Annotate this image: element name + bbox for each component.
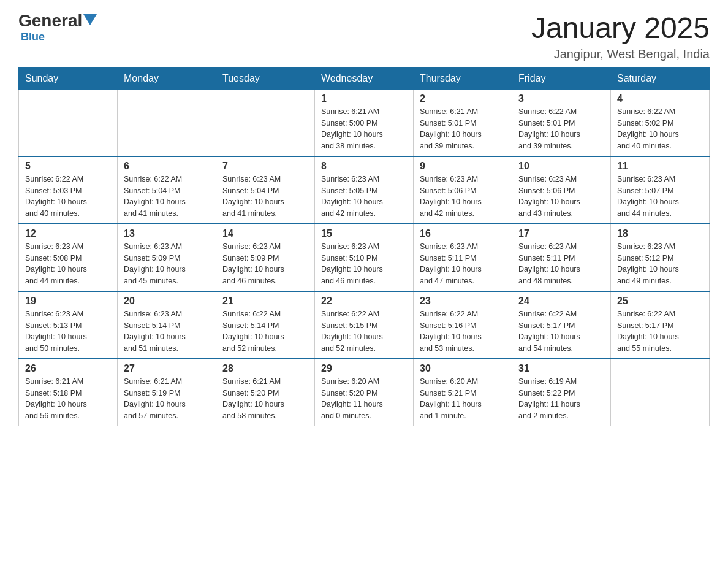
- day-info: Sunrise: 6:19 AMSunset: 5:22 PMDaylight:…: [518, 376, 604, 422]
- day-info: Sunrise: 6:23 AMSunset: 5:13 PMDaylight:…: [25, 308, 111, 354]
- day-number: 13: [124, 228, 210, 239]
- table-row: 17Sunrise: 6:23 AMSunset: 5:11 PMDayligh…: [512, 224, 611, 291]
- day-number: 4: [617, 93, 703, 104]
- table-row: 4Sunrise: 6:22 AMSunset: 5:02 PMDaylight…: [611, 89, 710, 156]
- day-number: 3: [518, 93, 604, 104]
- table-row: 21Sunrise: 6:22 AMSunset: 5:14 PMDayligh…: [216, 291, 315, 359]
- table-row: 5Sunrise: 6:22 AMSunset: 5:03 PMDaylight…: [19, 156, 118, 224]
- location-subtitle: Jangipur, West Bengal, India: [531, 47, 710, 61]
- calendar-week-row: 26Sunrise: 6:21 AMSunset: 5:18 PMDayligh…: [19, 359, 710, 426]
- day-number: 18: [617, 228, 703, 239]
- day-number: 19: [25, 296, 111, 307]
- day-info: Sunrise: 6:21 AMSunset: 5:00 PMDaylight:…: [321, 106, 407, 152]
- table-row: 16Sunrise: 6:23 AMSunset: 5:11 PMDayligh…: [414, 224, 512, 291]
- day-info: Sunrise: 6:20 AMSunset: 5:21 PMDaylight:…: [420, 376, 506, 422]
- day-info: Sunrise: 6:23 AMSunset: 5:11 PMDaylight:…: [420, 241, 506, 287]
- day-number: 17: [518, 228, 604, 239]
- table-row: 14Sunrise: 6:23 AMSunset: 5:09 PMDayligh…: [216, 224, 315, 291]
- day-info: Sunrise: 6:20 AMSunset: 5:20 PMDaylight:…: [321, 376, 407, 422]
- calendar-week-row: 19Sunrise: 6:23 AMSunset: 5:13 PMDayligh…: [19, 291, 710, 359]
- table-row: 22Sunrise: 6:22 AMSunset: 5:15 PMDayligh…: [315, 291, 414, 359]
- day-number: 28: [222, 363, 308, 374]
- day-info: Sunrise: 6:21 AMSunset: 5:01 PMDaylight:…: [420, 106, 506, 152]
- table-row: 18Sunrise: 6:23 AMSunset: 5:12 PMDayligh…: [611, 224, 710, 291]
- day-number: 23: [420, 296, 506, 307]
- day-number: 9: [420, 161, 506, 172]
- table-row: 20Sunrise: 6:23 AMSunset: 5:14 PMDayligh…: [118, 291, 216, 359]
- day-info: Sunrise: 6:23 AMSunset: 5:10 PMDaylight:…: [321, 241, 407, 287]
- col-tuesday: Tuesday: [216, 67, 315, 89]
- day-info: Sunrise: 6:21 AMSunset: 5:19 PMDaylight:…: [124, 376, 210, 422]
- day-info: Sunrise: 6:22 AMSunset: 5:15 PMDaylight:…: [321, 308, 407, 354]
- day-number: 7: [222, 161, 308, 172]
- day-number: 10: [518, 161, 604, 172]
- col-saturday: Saturday: [611, 67, 710, 89]
- day-info: Sunrise: 6:23 AMSunset: 5:06 PMDaylight:…: [518, 174, 604, 220]
- col-sunday: Sunday: [19, 67, 118, 89]
- calendar-header-row: Sunday Monday Tuesday Wednesday Thursday…: [19, 67, 710, 89]
- table-row: 11Sunrise: 6:23 AMSunset: 5:07 PMDayligh…: [611, 156, 710, 224]
- day-info: Sunrise: 6:22 AMSunset: 5:17 PMDaylight:…: [617, 308, 703, 354]
- calendar-week-row: 12Sunrise: 6:23 AMSunset: 5:08 PMDayligh…: [19, 224, 710, 291]
- day-number: 25: [617, 296, 703, 307]
- day-number: 5: [25, 161, 111, 172]
- table-row: [19, 89, 118, 156]
- col-monday: Monday: [118, 67, 216, 89]
- logo: General Blue: [18, 12, 97, 44]
- table-row: 27Sunrise: 6:21 AMSunset: 5:19 PMDayligh…: [118, 359, 216, 426]
- calendar-week-row: 1Sunrise: 6:21 AMSunset: 5:00 PMDaylight…: [19, 89, 710, 156]
- month-title: January 2025: [531, 12, 710, 45]
- day-info: Sunrise: 6:21 AMSunset: 5:18 PMDaylight:…: [25, 376, 111, 422]
- logo-general-text: General: [18, 12, 82, 29]
- table-row: 31Sunrise: 6:19 AMSunset: 5:22 PMDayligh…: [512, 359, 611, 426]
- day-info: Sunrise: 6:22 AMSunset: 5:17 PMDaylight:…: [518, 308, 604, 354]
- svg-marker-0: [83, 14, 97, 25]
- logo-blue-text: Blue: [21, 31, 45, 44]
- day-info: Sunrise: 6:22 AMSunset: 5:02 PMDaylight:…: [617, 106, 703, 152]
- table-row: 26Sunrise: 6:21 AMSunset: 5:18 PMDayligh…: [19, 359, 118, 426]
- day-info: Sunrise: 6:23 AMSunset: 5:05 PMDaylight:…: [321, 174, 407, 220]
- day-number: 31: [518, 363, 604, 374]
- table-row: 12Sunrise: 6:23 AMSunset: 5:08 PMDayligh…: [19, 224, 118, 291]
- day-number: 2: [420, 93, 506, 104]
- day-info: Sunrise: 6:21 AMSunset: 5:20 PMDaylight:…: [222, 376, 308, 422]
- table-row: 10Sunrise: 6:23 AMSunset: 5:06 PMDayligh…: [512, 156, 611, 224]
- table-row: 6Sunrise: 6:22 AMSunset: 5:04 PMDaylight…: [118, 156, 216, 224]
- day-number: 29: [321, 363, 407, 374]
- day-info: Sunrise: 6:22 AMSunset: 5:16 PMDaylight:…: [420, 308, 506, 354]
- day-info: Sunrise: 6:23 AMSunset: 5:11 PMDaylight:…: [518, 241, 604, 287]
- day-number: 14: [222, 228, 308, 239]
- table-row: 23Sunrise: 6:22 AMSunset: 5:16 PMDayligh…: [414, 291, 512, 359]
- logo-triangle-icon: [83, 14, 97, 25]
- table-row: 8Sunrise: 6:23 AMSunset: 5:05 PMDaylight…: [315, 156, 414, 224]
- page-header: General Blue January 2025 Jangipur, West…: [18, 12, 710, 61]
- day-info: Sunrise: 6:23 AMSunset: 5:04 PMDaylight:…: [222, 174, 308, 220]
- day-info: Sunrise: 6:23 AMSunset: 5:08 PMDaylight:…: [25, 241, 111, 287]
- table-row: 29Sunrise: 6:20 AMSunset: 5:20 PMDayligh…: [315, 359, 414, 426]
- day-number: 1: [321, 93, 407, 104]
- day-number: 16: [420, 228, 506, 239]
- day-info: Sunrise: 6:22 AMSunset: 5:04 PMDaylight:…: [124, 174, 210, 220]
- day-info: Sunrise: 6:23 AMSunset: 5:14 PMDaylight:…: [124, 308, 210, 354]
- day-number: 20: [124, 296, 210, 307]
- day-number: 15: [321, 228, 407, 239]
- table-row: [118, 89, 216, 156]
- table-row: 19Sunrise: 6:23 AMSunset: 5:13 PMDayligh…: [19, 291, 118, 359]
- day-info: Sunrise: 6:23 AMSunset: 5:09 PMDaylight:…: [124, 241, 210, 287]
- day-info: Sunrise: 6:23 AMSunset: 5:12 PMDaylight:…: [617, 241, 703, 287]
- day-number: 6: [124, 161, 210, 172]
- table-row: 2Sunrise: 6:21 AMSunset: 5:01 PMDaylight…: [414, 89, 512, 156]
- day-info: Sunrise: 6:23 AMSunset: 5:06 PMDaylight:…: [420, 174, 506, 220]
- day-info: Sunrise: 6:22 AMSunset: 5:03 PMDaylight:…: [25, 174, 111, 220]
- table-row: 3Sunrise: 6:22 AMSunset: 5:01 PMDaylight…: [512, 89, 611, 156]
- day-number: 30: [420, 363, 506, 374]
- table-row: 7Sunrise: 6:23 AMSunset: 5:04 PMDaylight…: [216, 156, 315, 224]
- day-number: 26: [25, 363, 111, 374]
- day-info: Sunrise: 6:22 AMSunset: 5:01 PMDaylight:…: [518, 106, 604, 152]
- day-number: 24: [518, 296, 604, 307]
- table-row: 25Sunrise: 6:22 AMSunset: 5:17 PMDayligh…: [611, 291, 710, 359]
- day-number: 22: [321, 296, 407, 307]
- table-row: 24Sunrise: 6:22 AMSunset: 5:17 PMDayligh…: [512, 291, 611, 359]
- table-row: 1Sunrise: 6:21 AMSunset: 5:00 PMDaylight…: [315, 89, 414, 156]
- col-thursday: Thursday: [414, 67, 512, 89]
